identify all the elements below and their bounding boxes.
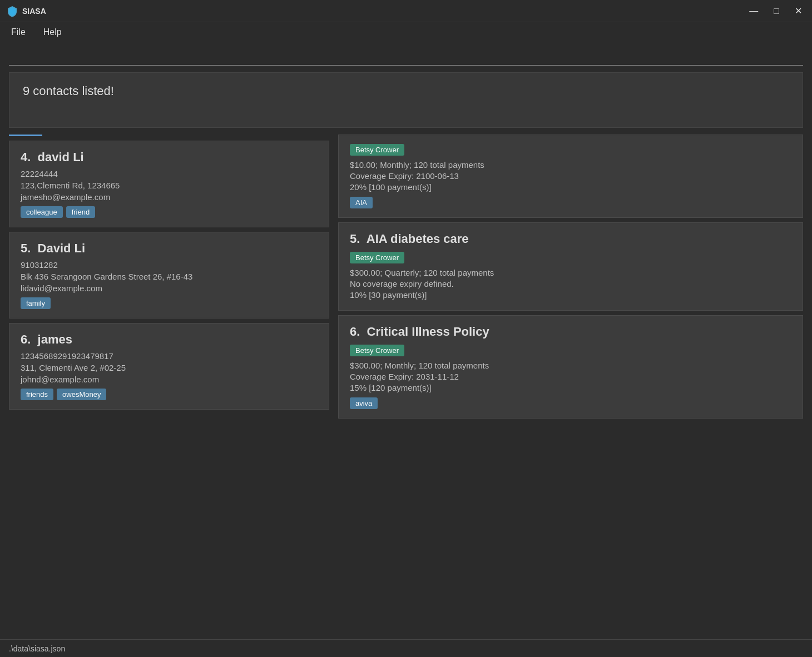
contact-address-6: 311, Clementi Ave 2, #02-25 (21, 363, 318, 372)
status-text: 9 contacts listed! (23, 84, 114, 98)
minimize-button[interactable]: — (746, 4, 761, 17)
tag-colleague: colleague (21, 206, 63, 218)
policy-owner-5: Betsy Crower (350, 252, 404, 263)
policy-owner-partial: Betsy Crower (350, 144, 404, 156)
policy-commission-6: 15% [120 payment(s)] (350, 383, 791, 392)
contact-address-5: Blk 436 Serangoon Gardens Street 26, #16… (21, 272, 318, 281)
contacts-panel: 4. david Li 22224444 123,Clementi Rd, 12… (9, 135, 331, 635)
contact-card-6[interactable]: 6. james 12345689291923479817 311, Cleme… (9, 323, 329, 410)
contact-email-4: jamesho@example.com (21, 192, 318, 202)
policy-name-6: 6. Critical Illness Policy (350, 325, 791, 339)
policy-card-6[interactable]: 6. Critical Illness Policy Betsy Crower … (338, 315, 803, 419)
policy-card-partial[interactable]: Betsy Crower $10.00; Monthly; 120 total … (338, 135, 803, 218)
tag-family: family (21, 297, 51, 309)
policy-tag-partial: AIA (350, 197, 373, 208)
policies-panel: Betsy Crower $10.00; Monthly; 120 total … (331, 135, 803, 635)
contact-name-5: 5. David Li (21, 241, 318, 256)
contact-card-5[interactable]: 5. David Li 91031282 Blk 436 Serangoon G… (9, 232, 329, 318)
policy-payment-6: $300.00; Monthly; 120 total payments (350, 361, 791, 370)
policy-payment-partial: $10.00; Monthly; 120 total payments (350, 160, 791, 170)
policy-card-5[interactable]: 5. AIA diabetes care Betsy Crower $300.0… (338, 222, 803, 311)
app-title: SIASA (22, 7, 46, 16)
tag-owesmoney: owesMoney (57, 389, 106, 400)
contact-phone-5: 91031282 (21, 260, 318, 270)
menu-bar: File Help (0, 22, 812, 42)
window-controls: — □ ✕ (746, 4, 805, 17)
policy-commission-5: 10% [30 payment(s)] (350, 290, 791, 300)
status-panel: 9 contacts listed! (9, 72, 803, 128)
contact-tags-5: family (21, 297, 318, 309)
close-button[interactable]: ✕ (791, 4, 805, 17)
tag-friend: friend (66, 206, 96, 218)
app-logo-icon (7, 6, 18, 17)
policy-expiry-5: No coverage expiry defined. (350, 279, 791, 288)
policy-expiry-6: Coverage Expiry: 2031-11-12 (350, 372, 791, 381)
tag-friends: friends (21, 389, 53, 400)
contact-card-4[interactable]: 4. david Li 22224444 123,Clementi Rd, 12… (9, 141, 329, 227)
file-path: .\data\siasa.json (9, 644, 65, 653)
contact-phone-6: 12345689291923479817 (21, 351, 318, 361)
help-menu[interactable]: Help (39, 25, 66, 39)
policy-expiry-partial: Coverage Expiry: 2100-06-13 (350, 171, 791, 181)
search-bar-container (0, 42, 812, 66)
policy-name-5: 5. AIA diabetes care (350, 232, 791, 246)
policy-payment-5: $300.00; Quarterly; 120 total payments (350, 268, 791, 277)
contact-email-5: lidavid@example.com (21, 283, 318, 293)
contact-tags-4: colleague friend (21, 206, 318, 218)
scroll-indicator (9, 135, 42, 136)
title-bar: SIASA — □ ✕ (0, 0, 812, 22)
main-content: 4. david Li 22224444 123,Clementi Rd, 12… (0, 135, 812, 639)
status-bar: .\data\siasa.json (0, 639, 812, 657)
contact-tags-6: friends owesMoney (21, 389, 318, 400)
title-bar-left: SIASA (7, 6, 46, 17)
contact-name-6: 6. james (21, 332, 318, 347)
search-input[interactable] (9, 47, 803, 66)
contact-name-4: 4. david Li (21, 150, 318, 165)
policy-tag-6: aviva (350, 397, 378, 409)
policy-owner-6: Betsy Crower (350, 345, 404, 356)
policy-commission-partial: 20% [100 payment(s)] (350, 182, 791, 192)
contact-phone-4: 22224444 (21, 169, 318, 178)
contact-email-6: johnd@example.com (21, 375, 318, 384)
maximize-button[interactable]: □ (770, 4, 783, 17)
contact-address-4: 123,Clementi Rd, 1234665 (21, 181, 318, 190)
file-menu[interactable]: File (7, 25, 30, 39)
